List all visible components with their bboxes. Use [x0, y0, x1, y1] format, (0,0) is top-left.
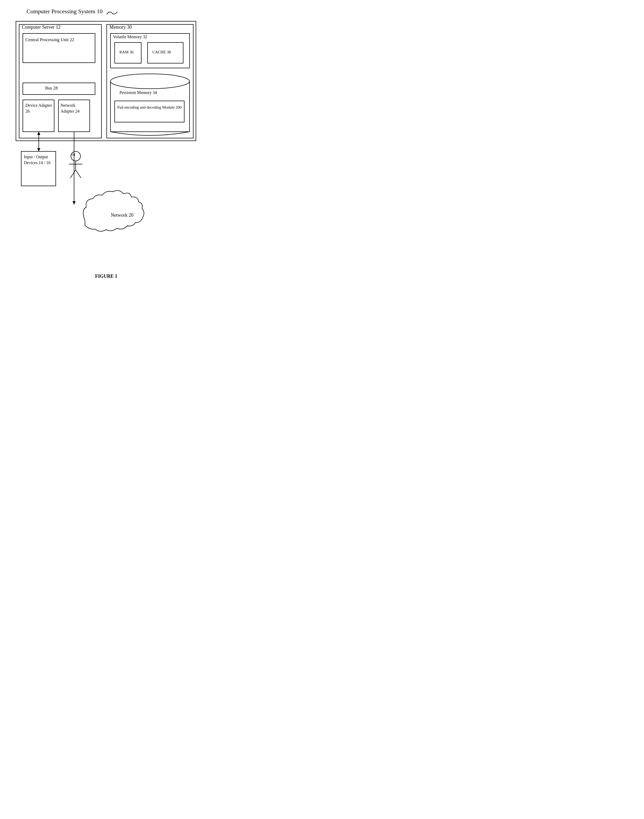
network-adapter-label: Network Adapter 24 [61, 103, 89, 114]
squiggle-decoration [106, 9, 121, 17]
io-devices-label: Input / Output Devices 14 / 16 [24, 154, 56, 166]
figure-caption: FIGURE 1 [11, 274, 202, 279]
diagram-svg [13, 18, 199, 271]
cpu-box-label: Central Processing Unit 22 [26, 37, 92, 43]
svg-point-11 [110, 74, 190, 89]
network-label: Network 20 [104, 212, 141, 218]
svg-rect-12 [115, 101, 184, 122]
svg-rect-6 [107, 25, 193, 138]
svg-line-24 [76, 170, 81, 178]
svg-marker-14 [37, 148, 40, 151]
volatile-memory-label: Volatile Memory 32 [113, 35, 147, 39]
user-number-label: 18 [71, 152, 75, 157]
bus-box-label: Bus 28 [45, 86, 58, 91]
device-adapter-label: Device Adapter 26 [26, 103, 54, 114]
server-label: Computer Server 12 [22, 25, 61, 30]
ram-label: RAM 36 [120, 50, 133, 54]
page-title: Computer Processing System 10 [26, 8, 103, 15]
cache-label: CACHE 38 [152, 50, 171, 54]
svg-marker-18 [72, 201, 76, 204]
memory-label: Memory 30 [109, 25, 132, 30]
persistent-memory-label: Persistent Memory 34 [120, 90, 157, 95]
svg-line-23 [71, 170, 76, 178]
svg-rect-3 [23, 83, 95, 95]
pad-module-label: Pad encoding and decoding Module 200 [117, 104, 184, 110]
svg-marker-16 [37, 132, 40, 135]
